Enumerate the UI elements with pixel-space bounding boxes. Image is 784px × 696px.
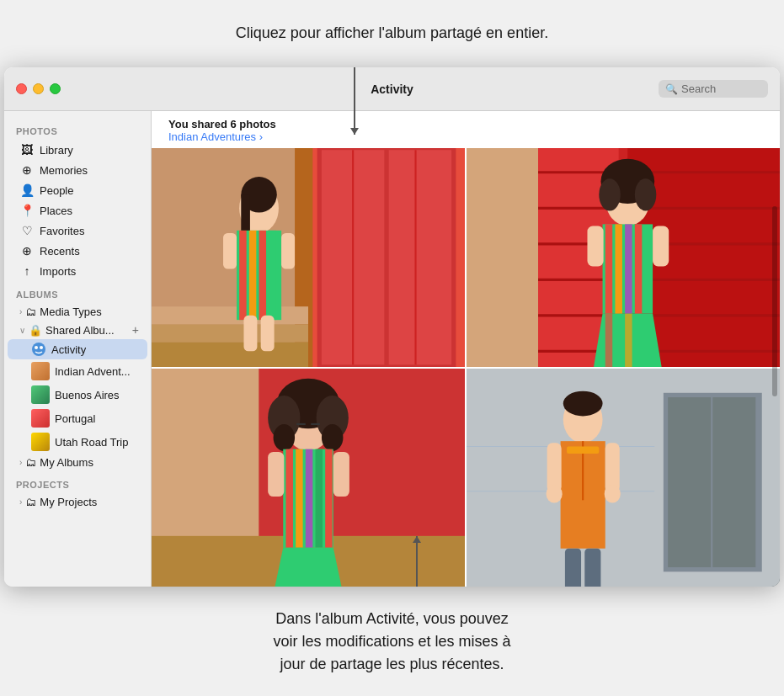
svg-point-38 [599, 178, 621, 210]
svg-rect-35 [467, 148, 538, 367]
svg-rect-42 [615, 224, 622, 313]
search-input[interactable]: Search [681, 82, 716, 95]
shared-albums-icon: 🔒 [29, 324, 42, 337]
my-projects-icon: 🗂 [25, 496, 36, 508]
svg-point-79 [563, 391, 603, 416]
sidebar-item-places[interactable]: 📍 Places [8, 200, 147, 220]
title-text: Activity [371, 82, 413, 96]
favorites-icon: ♡ [19, 223, 35, 238]
memories-label: Memories [40, 164, 88, 177]
sidebar-group-shared-albums[interactable]: ∨ 🔒 Shared Albu... + [8, 321, 147, 339]
sidebar-item-utah[interactable]: Utah Road Trip [8, 430, 147, 454]
svg-rect-44 [635, 224, 643, 313]
svg-point-87 [547, 485, 563, 502]
svg-point-0 [32, 343, 45, 356]
projects-section-label: Projects [4, 471, 151, 493]
memories-icon: ⊕ [19, 162, 35, 178]
svg-rect-63 [285, 449, 293, 547]
my-albums-label: My Albums [40, 456, 93, 469]
svg-rect-49 [625, 314, 632, 367]
library-label: Library [40, 144, 73, 157]
my-albums-chevron-icon: › [19, 458, 22, 467]
svg-rect-66 [316, 449, 323, 547]
shared-albums-label: Shared Albu... [45, 324, 115, 337]
window-title: Activity [371, 82, 413, 96]
shared-by-text: You shared 6 photos [168, 118, 763, 130]
fullscreen-button[interactable] [50, 83, 61, 94]
sidebar-item-people[interactable]: 👤 People [8, 180, 147, 200]
media-types-label: Media Types [40, 305, 101, 318]
scrollbar[interactable] [772, 206, 777, 396]
buenos-aires-thumb [31, 385, 50, 404]
favorites-label: Favorites [40, 225, 84, 237]
svg-rect-18 [239, 231, 247, 320]
chevron-right-icon: › [19, 307, 22, 316]
album-link[interactable]: Indian Adventures › [168, 130, 763, 143]
places-icon: 📍 [19, 203, 35, 218]
svg-point-59 [322, 423, 344, 450]
portugal-thumb [31, 409, 50, 428]
svg-marker-70 [272, 547, 344, 587]
photo-area: You shared 6 photos Indian Adventures › [152, 111, 780, 587]
sidebar-item-recents[interactable]: ⊕ Recents [8, 241, 147, 261]
indian-adventures-label: Indian Advent... [55, 365, 131, 378]
recents-label: Recents [40, 245, 80, 258]
svg-rect-48 [605, 314, 613, 367]
svg-rect-46 [653, 226, 669, 267]
sidebar-item-indian-adventures[interactable]: Indian Advent... [8, 359, 147, 383]
svg-rect-43 [625, 224, 632, 313]
my-projects-label: My Projects [40, 496, 97, 508]
people-icon: 👤 [19, 183, 35, 198]
sidebar-item-memories[interactable]: ⊕ Memories [8, 160, 147, 180]
svg-rect-67 [325, 449, 333, 547]
annotation-top: Cliquez pour afficher l'album partagé en… [0, 0, 784, 67]
people-label: People [40, 184, 73, 197]
sidebar-group-my-projects[interactable]: › 🗂 My Projects [8, 493, 147, 511]
add-shared-album-button[interactable]: + [132, 323, 139, 337]
svg-rect-83 [547, 443, 562, 491]
svg-rect-68 [268, 451, 284, 496]
shared-info-bar: You shared 6 photos Indian Adventures › [152, 111, 780, 148]
svg-rect-25 [261, 316, 275, 352]
svg-rect-19 [249, 231, 257, 320]
search-bar[interactable]: 🔍 Search [659, 80, 768, 98]
svg-rect-20 [259, 231, 267, 320]
sidebar: Photos 🖼 Library ⊕ Memories 👤 People 📍 P… [4, 111, 152, 587]
library-icon: 🖼 [19, 142, 35, 157]
svg-rect-69 [333, 451, 349, 496]
minimize-button[interactable] [33, 83, 44, 94]
svg-rect-85 [565, 548, 581, 587]
annotation-bottom-text: Dans l'album Activité, vous pouvezvoir l… [273, 608, 510, 676]
svg-rect-24 [243, 316, 257, 352]
svg-rect-21 [269, 231, 276, 320]
svg-rect-22 [223, 233, 237, 269]
albums-section-label: Albums [4, 281, 151, 303]
sidebar-item-portugal[interactable]: Portugal [8, 406, 147, 430]
photo-cell-2[interactable] [467, 148, 780, 367]
traffic-lights [16, 83, 61, 94]
svg-rect-8 [389, 150, 451, 364]
close-button[interactable] [16, 83, 27, 94]
photo-cell-3[interactable] [152, 369, 465, 587]
sidebar-item-activity[interactable]: Activity [8, 339, 147, 359]
sidebar-group-my-albums[interactable]: › 🗂 My Albums [8, 454, 147, 471]
buenos-aires-label: Buenos Aires [55, 389, 120, 401]
activity-icon [31, 342, 46, 357]
svg-point-2 [40, 346, 43, 349]
photo-cell-4[interactable] [467, 369, 780, 587]
shared-by-name: You [168, 118, 189, 130]
sidebar-item-library[interactable]: 🖼 Library [8, 140, 147, 160]
app-window: Activity 🔍 Search Photos 🖼 Library ⊕ Mem… [4, 67, 780, 587]
sidebar-item-imports[interactable]: ↑ Imports [8, 261, 147, 281]
annotation-bottom: Dans l'album Activité, vous pouvezvoir l… [0, 587, 784, 696]
sidebar-group-media-types[interactable]: › 🗂 Media Types [8, 303, 147, 321]
indian-adventures-thumb [31, 362, 50, 380]
svg-rect-84 [605, 443, 620, 491]
sidebar-item-buenos-aires[interactable]: Buenos Aires [8, 383, 147, 406]
annotation-top-text: Cliquez pour afficher l'album partagé en… [236, 23, 548, 44]
sidebar-item-favorites[interactable]: ♡ Favorites [8, 220, 147, 241]
svg-point-1 [35, 346, 38, 349]
chevron-down-icon: ∨ [19, 326, 25, 335]
photo-cell-1[interactable] [152, 148, 465, 367]
svg-rect-65 [306, 449, 313, 547]
